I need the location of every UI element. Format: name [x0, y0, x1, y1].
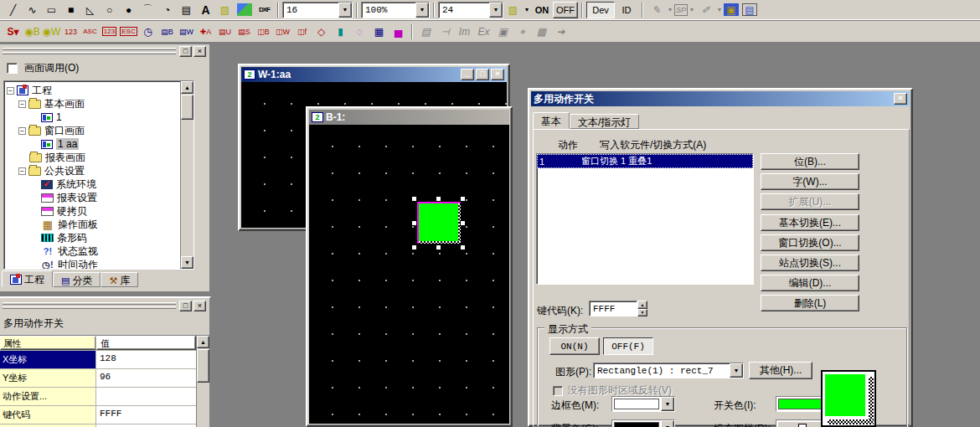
word-button[interactable]: 字(W)...: [761, 173, 859, 190]
dialog-close-button[interactable]: ×: [894, 93, 907, 105]
scroll-up-button[interactable]: ▲: [197, 336, 209, 348]
sector-tool-icon[interactable]: ◔: [157, 2, 177, 18]
filled-circle-tool-icon[interactable]: ●: [119, 2, 138, 18]
edit-button[interactable]: 编辑(D)...: [761, 275, 859, 291]
tab-project[interactable]: 工程: [2, 270, 53, 287]
on-state-button[interactable]: ON(N): [549, 337, 600, 355]
fill-color-arrow-icon[interactable]: ▼: [523, 2, 531, 18]
w1-maximize-button[interactable]: □: [476, 69, 489, 80]
id-toggle[interactable]: ID: [615, 2, 638, 18]
line-tool-icon[interactable]: ╱: [3, 2, 23, 18]
clock-display-icon[interactable]: ◷: [138, 23, 157, 39]
collapse-icon[interactable]: −: [18, 167, 26, 175]
tab-basic[interactable]: 基本: [533, 112, 570, 129]
tree-item-hardcopy[interactable]: 硬拷贝: [41, 204, 87, 218]
parts-display-icon[interactable]: ◇: [312, 23, 331, 39]
system-alarm-icon[interactable]: ▤S: [235, 23, 254, 39]
user-alarm-icon[interactable]: ▤U: [215, 23, 235, 39]
tab-text-lamp[interactable]: 文本/指示灯: [570, 114, 639, 129]
bar-graph-icon[interactable]: ▅: [389, 23, 408, 39]
image-tool-icon[interactable]: [237, 3, 252, 16]
scroll-down-button[interactable]: ▼: [181, 256, 193, 269]
scroll-up-button[interactable]: ▲: [181, 81, 193, 94]
value-cell[interactable]: FFFF: [96, 406, 196, 424]
scale-tool-icon[interactable]: ▤: [177, 2, 196, 18]
frame-color-combo[interactable]: ▼: [611, 396, 675, 412]
bg-color-dropdown-icon[interactable]: ▼: [661, 420, 674, 427]
property-row-x[interactable]: X坐标 128: [0, 351, 196, 369]
font-size-combo[interactable]: 16 ▼: [282, 2, 353, 18]
paint-tool-icon[interactable]: ▨: [215, 2, 235, 18]
off-toggle[interactable]: OFF: [553, 2, 578, 18]
panel-float-button[interactable]: □: [179, 301, 192, 311]
word-comment-icon[interactable]: ▤W: [177, 23, 196, 39]
ascii-display-icon[interactable]: ASC: [80, 23, 100, 39]
property-row-keycode[interactable]: 键代码 FFFF: [0, 406, 196, 424]
grid-combo[interactable]: 24 ▼: [438, 2, 503, 18]
selection-handle[interactable]: [436, 244, 441, 250]
property-panel-gripbar[interactable]: [3, 302, 176, 311]
selection-handle[interactable]: [411, 220, 417, 226]
prop-column-header[interactable]: 属性: [0, 336, 96, 350]
panel-close-button[interactable]: ×: [193, 301, 206, 311]
filled-rectangle-tool-icon[interactable]: ■: [61, 2, 80, 18]
bit-comment-icon[interactable]: ▤B: [157, 23, 177, 39]
value-column-header[interactable]: 值: [96, 336, 196, 350]
value-cell[interactable]: 96: [96, 369, 196, 387]
w1-close-button[interactable]: ×: [491, 69, 504, 80]
station-switch-button[interactable]: 站点切换(S)...: [761, 255, 859, 271]
switch-object[interactable]: [417, 202, 461, 244]
tree-item-common-settings[interactable]: − 公共设置: [18, 164, 85, 177]
ellipse-tool-icon[interactable]: ○: [100, 2, 119, 18]
tree-item-operation-panel[interactable]: ▦ 操作面板: [41, 218, 98, 231]
scatter-graph-icon[interactable]: ▦: [369, 23, 389, 39]
selection-handle[interactable]: [460, 220, 466, 226]
collapse-icon[interactable]: −: [18, 100, 26, 108]
tab-library[interactable]: ⚒ 库: [101, 272, 138, 287]
parts-movement-icon[interactable]: ▮: [331, 23, 350, 39]
area-reverse-icon[interactable]: ◌: [350, 23, 369, 39]
workspace-preview-icon[interactable]: ▣: [724, 3, 739, 16]
window-switch-button[interactable]: 窗口切换(O)...: [761, 234, 859, 251]
dev-toggle[interactable]: Dev: [586, 2, 615, 18]
function-switch-icon[interactable]: ◫f: [292, 23, 312, 39]
dxf-tool-icon[interactable]: DXF: [255, 2, 274, 18]
property-row-action[interactable]: 动作设置...: [0, 388, 196, 406]
bit-switch-icon[interactable]: ◫B: [254, 23, 273, 39]
word-switch-icon[interactable]: ◫W: [273, 23, 292, 39]
alarm-history-icon[interactable]: ✚A: [196, 23, 215, 39]
panel-close-button[interactable]: ×: [193, 46, 206, 57]
data-list-icon[interactable]: 123: [100, 23, 119, 39]
data-view-icon[interactable]: ▤: [742, 3, 757, 16]
action-list[interactable]: 1 窗口切换 1 重叠1: [536, 153, 754, 285]
shape-dropdown-icon[interactable]: ▼: [730, 363, 743, 378]
panel-float-button[interactable]: □: [179, 46, 192, 57]
b1-title-bar[interactable]: 2 B-1:: [309, 110, 509, 125]
tree-item-time-action[interactable]: ◷! 时间动作: [41, 258, 98, 270]
tree-item-window-screen-1aa[interactable]: 1 aa: [41, 137, 79, 151]
rectangle-tool-icon[interactable]: ▭: [42, 2, 61, 18]
polygon-tool-icon[interactable]: ◺: [80, 2, 100, 18]
scroll-thumb[interactable]: [181, 95, 193, 120]
property-scrollbar[interactable]: ▲: [196, 336, 209, 427]
dialog-title-bar[interactable]: 多用动作开关 ×: [531, 91, 910, 106]
w1-minimize-button[interactable]: _: [461, 69, 474, 80]
numerical-display-icon[interactable]: 123: [61, 23, 80, 39]
collapse-icon[interactable]: −: [18, 127, 26, 135]
w1-title-bar[interactable]: 2 W-1:aa _ □ ×: [241, 67, 507, 82]
tree-item-report-settings[interactable]: 报表设置: [41, 191, 97, 204]
scroll-thumb[interactable]: [197, 349, 209, 383]
action-list-item[interactable]: 1 窗口切换 1 重叠1: [537, 154, 753, 168]
fill-color-dropdown-icon[interactable]: ▨: [503, 2, 523, 18]
base-switch-button[interactable]: 基本切换(E)...: [761, 214, 859, 231]
tree-item-base-screens[interactable]: − 基本画面: [18, 97, 85, 111]
value-cell[interactable]: 128: [96, 351, 196, 368]
bg-color-combo[interactable]: ▼: [611, 419, 675, 427]
selection-handle[interactable]: [411, 196, 417, 202]
project-panel-gripbar[interactable]: [3, 48, 176, 56]
delete-button[interactable]: 删除(L): [761, 295, 859, 311]
word-lamp-icon[interactable]: ◉W: [42, 23, 61, 39]
bit-button[interactable]: 位(B)...: [761, 153, 859, 170]
zoom-combo[interactable]: 100% ▼: [361, 2, 430, 18]
spin-down-icon[interactable]: ▼: [637, 309, 647, 317]
